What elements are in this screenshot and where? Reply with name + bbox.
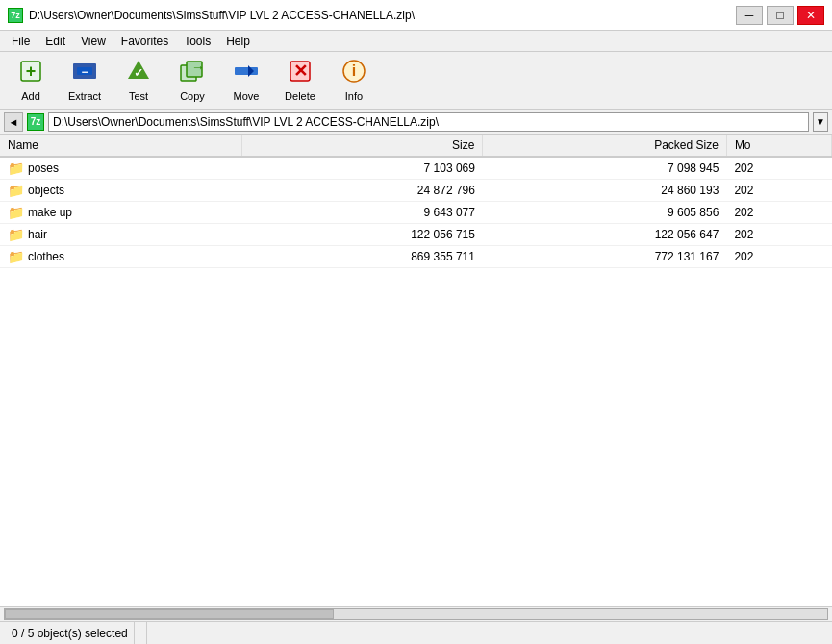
svg-text:−: − bbox=[81, 65, 88, 79]
file-size: 24 872 796 bbox=[241, 180, 483, 202]
add-icon: + bbox=[17, 58, 44, 88]
file-modified: 202 bbox=[726, 157, 831, 180]
extract-label: Extract bbox=[68, 90, 101, 102]
folder-name: make up bbox=[28, 206, 72, 219]
add-button[interactable]: +Add bbox=[6, 55, 56, 105]
file-modified: 202 bbox=[726, 246, 831, 268]
info-button[interactable]: iInfo bbox=[329, 55, 379, 105]
col-header-packedSize[interactable]: Packed Size bbox=[483, 135, 726, 157]
status-text: 0 / 5 object(s) selected bbox=[6, 622, 135, 644]
extract-button[interactable]: −Extract bbox=[60, 55, 110, 105]
folder-name: hair bbox=[28, 228, 47, 241]
move-icon bbox=[233, 58, 260, 88]
file-name: 📁objects bbox=[0, 180, 241, 202]
file-packed-size: 24 860 193 bbox=[483, 180, 726, 202]
file-size: 7 103 069 bbox=[241, 157, 483, 180]
close-button[interactable]: ✕ bbox=[797, 6, 824, 25]
folder-icon: 📁 bbox=[8, 161, 24, 176]
copy-label: Copy bbox=[180, 90, 205, 102]
status-segment-2 bbox=[135, 622, 147, 644]
copy-button[interactable]: →Copy bbox=[167, 55, 217, 105]
menu-bar: FileEditViewFavoritesToolsHelp bbox=[0, 31, 832, 52]
menu-item-tools[interactable]: Tools bbox=[176, 33, 218, 50]
menu-item-file[interactable]: File bbox=[4, 33, 38, 50]
file-modified: 202 bbox=[726, 224, 831, 246]
table-row[interactable]: 📁hair122 056 715122 056 647202 bbox=[0, 224, 832, 246]
svg-text:✓: ✓ bbox=[134, 66, 143, 80]
title-bar: 7z D:\Users\Owner\Documents\SimsStuff\VI… bbox=[0, 0, 832, 31]
address-icon: 7z bbox=[27, 113, 44, 131]
address-input[interactable] bbox=[48, 112, 809, 132]
file-packed-size: 122 056 647 bbox=[483, 224, 726, 246]
test-label: Test bbox=[129, 90, 148, 102]
svg-text:→: → bbox=[191, 60, 205, 75]
copy-icon: → bbox=[179, 58, 206, 88]
folder-name: objects bbox=[28, 184, 64, 197]
window-title: D:\Users\Owner\Documents\SimsStuff\VIP L… bbox=[29, 9, 415, 22]
file-packed-size: 772 131 167 bbox=[483, 246, 726, 268]
file-modified: 202 bbox=[726, 202, 831, 224]
file-table-header: NameSizePacked SizeMo bbox=[0, 135, 832, 157]
file-modified: 202 bbox=[726, 180, 831, 202]
file-name: 📁clothes bbox=[0, 246, 241, 268]
horizontal-scrollbar[interactable] bbox=[0, 606, 832, 621]
delete-icon: ✕ bbox=[287, 58, 314, 88]
svg-text:✕: ✕ bbox=[293, 62, 308, 81]
move-label: Move bbox=[234, 90, 260, 102]
folder-icon: 📁 bbox=[8, 205, 24, 220]
menu-item-favorites[interactable]: Favorites bbox=[113, 33, 176, 50]
table-row[interactable]: 📁objects24 872 79624 860 193202 bbox=[0, 180, 832, 202]
file-table-body: 📁poses7 103 0697 098 945202📁objects24 87… bbox=[0, 157, 832, 268]
col-header-name[interactable]: Name bbox=[0, 135, 241, 157]
status-bar: 0 / 5 object(s) selected bbox=[0, 621, 832, 644]
folder-icon: 📁 bbox=[8, 227, 24, 242]
app-icon: 7z bbox=[8, 8, 23, 23]
file-packed-size: 7 098 945 bbox=[483, 157, 726, 180]
hscroll-thumb[interactable] bbox=[5, 609, 334, 619]
info-icon: i bbox=[340, 58, 367, 88]
menu-item-edit[interactable]: Edit bbox=[38, 33, 73, 50]
move-button[interactable]: Move bbox=[221, 55, 271, 105]
test-icon: ✓ bbox=[125, 58, 152, 88]
status-segment-3 bbox=[147, 622, 159, 644]
title-bar-left: 7z D:\Users\Owner\Documents\SimsStuff\VI… bbox=[8, 8, 415, 23]
address-bar: ◄ 7z ▼ bbox=[0, 110, 832, 135]
folder-icon: 📁 bbox=[8, 183, 24, 198]
extract-icon: − bbox=[71, 58, 98, 88]
file-name: 📁poses bbox=[0, 157, 241, 180]
file-table: NameSizePacked SizeMo 📁poses7 103 0697 0… bbox=[0, 135, 832, 268]
folder-icon: 📁 bbox=[8, 249, 24, 264]
col-header-size[interactable]: Size bbox=[241, 135, 483, 157]
folder-name: clothes bbox=[28, 250, 64, 263]
svg-rect-10 bbox=[235, 67, 258, 75]
minimize-button[interactable]: ─ bbox=[736, 6, 763, 25]
hscroll-track[interactable] bbox=[4, 608, 828, 620]
file-packed-size: 9 605 856 bbox=[483, 202, 726, 224]
address-dropdown[interactable]: ▼ bbox=[813, 112, 828, 132]
file-size: 869 355 711 bbox=[241, 246, 483, 268]
delete-label: Delete bbox=[285, 90, 315, 102]
svg-marker-11 bbox=[248, 65, 254, 77]
svg-text:+: + bbox=[26, 62, 37, 81]
add-label: Add bbox=[21, 90, 40, 102]
address-back-button[interactable]: ◄ bbox=[4, 112, 23, 132]
file-size: 9 643 077 bbox=[241, 202, 483, 224]
toolbar: +Add−Extract✓Test→CopyMove✕DeleteiInfo bbox=[0, 52, 832, 110]
col-header-modified[interactable]: Mo bbox=[726, 135, 831, 157]
menu-item-view[interactable]: View bbox=[73, 33, 113, 50]
folder-name: poses bbox=[28, 161, 59, 175]
file-name: 📁make up bbox=[0, 202, 241, 224]
table-row[interactable]: 📁clothes869 355 711772 131 167202 bbox=[0, 246, 832, 268]
delete-button[interactable]: ✕Delete bbox=[275, 55, 325, 105]
menu-item-help[interactable]: Help bbox=[218, 33, 258, 50]
test-button[interactable]: ✓Test bbox=[113, 55, 164, 105]
maximize-button[interactable]: □ bbox=[767, 6, 794, 25]
file-list-container: NameSizePacked SizeMo 📁poses7 103 0697 0… bbox=[0, 135, 832, 606]
window-controls: ─ □ ✕ bbox=[736, 6, 824, 25]
info-label: Info bbox=[345, 90, 363, 102]
table-row[interactable]: 📁make up9 643 0779 605 856202 bbox=[0, 202, 832, 224]
file-size: 122 056 715 bbox=[241, 224, 483, 246]
svg-text:i: i bbox=[352, 62, 356, 79]
table-row[interactable]: 📁poses7 103 0697 098 945202 bbox=[0, 157, 832, 180]
file-name: 📁hair bbox=[0, 224, 241, 246]
